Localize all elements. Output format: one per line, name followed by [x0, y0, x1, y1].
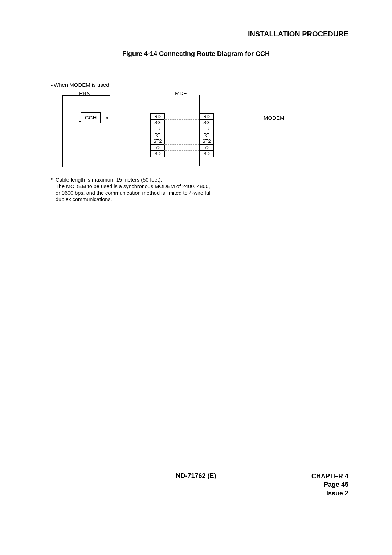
cch-box: CCH: [81, 112, 101, 123]
dashed-connector: [164, 150, 199, 151]
cch-to-signals-line: [108, 117, 151, 117]
signal-block-left: RD SG ER RT ST2 RS SD: [150, 113, 165, 157]
figure-caption: Figure 4-14 Connecting Route Diagram for…: [0, 50, 392, 58]
modem-line: [213, 117, 261, 117]
footer-issue: Issue 2: [311, 489, 348, 498]
signal-cell: SG: [151, 120, 164, 126]
signal-block-right: RD SG ER RT ST2 RS SD: [199, 113, 214, 157]
signal-cell: SD: [200, 151, 213, 157]
signal-cell: SD: [151, 151, 164, 157]
dashed-connector: [164, 132, 199, 132]
dashed-connector: [164, 138, 199, 138]
footer-page: Page 45: [311, 481, 348, 489]
signal-cell: ER: [151, 126, 164, 132]
modem-label: MODEM: [264, 115, 285, 121]
signal-cell: RT: [151, 132, 164, 138]
signal-cell: ER: [200, 126, 213, 132]
signal-cell: RD: [151, 114, 164, 120]
dashed-connector: [164, 119, 199, 120]
section-header: INSTALLATION PROCEDURE: [248, 30, 348, 38]
dashed-connector: [164, 157, 199, 157]
signal-cell: RS: [200, 145, 213, 151]
mdf-label: MDF: [175, 90, 187, 96]
footer-right-block: CHAPTER 4 Page 45 Issue 2: [311, 472, 348, 498]
signal-cell: SG: [200, 120, 213, 126]
footer-chapter: CHAPTER 4: [311, 472, 348, 481]
diagram-note-2: Cable length is maximum 15 meters (50 fe…: [56, 177, 248, 203]
chevron-left-icon: «: [106, 115, 108, 121]
dashed-connector: [164, 144, 199, 145]
mdf-line-left: [167, 95, 167, 166]
signal-cell: ST2: [200, 138, 213, 145]
bullet-icon: •: [51, 176, 53, 182]
signal-cell: RD: [200, 114, 213, 120]
page: INSTALLATION PROCEDURE Figure 4-14 Conne…: [0, 0, 392, 555]
dashed-connector: [164, 126, 199, 126]
bullet-icon: •: [51, 82, 53, 88]
diagram-note-1: When MODEM is used: [54, 82, 109, 88]
signal-cell: ST2: [151, 138, 164, 145]
signal-cell: RS: [151, 145, 164, 151]
signal-cell: RT: [200, 132, 213, 138]
pbx-box: [62, 95, 110, 167]
